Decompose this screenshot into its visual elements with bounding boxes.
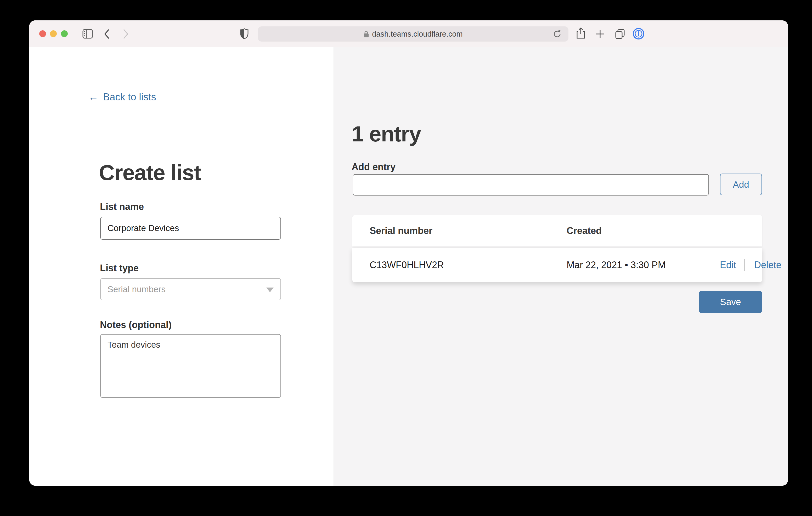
save-button[interactable]: Save <box>699 291 762 313</box>
created-column-header: Created <box>567 215 602 246</box>
onepassword-extension-icon[interactable] <box>633 28 645 40</box>
url-text: dash.teams.cloudflare.com <box>372 30 463 38</box>
privacy-shield-icon[interactable] <box>240 28 249 39</box>
back-button-icon[interactable] <box>104 29 110 39</box>
action-divider <box>744 259 745 271</box>
browser-window: dash.teams.cloudflare.com <box>29 20 788 486</box>
edit-link[interactable]: Edit <box>720 248 736 282</box>
chevron-down-icon <box>266 287 273 292</box>
notes-label: Notes (optional) <box>100 320 172 330</box>
browser-toolbar: dash.teams.cloudflare.com <box>29 20 788 47</box>
created-cell: Mar 22, 2021 • 3:30 PM <box>567 248 666 282</box>
add-entry-label: Add entry <box>352 161 396 173</box>
forward-button-icon[interactable] <box>123 29 129 39</box>
list-name-input[interactable] <box>100 217 281 240</box>
back-to-lists-label: Back to lists <box>103 91 156 103</box>
new-tab-icon[interactable] <box>596 29 605 39</box>
share-icon[interactable] <box>576 27 585 39</box>
notes-textarea[interactable]: Team devices <box>100 334 281 398</box>
address-bar[interactable]: dash.teams.cloudflare.com <box>258 26 569 41</box>
zoom-window-button[interactable] <box>61 30 68 37</box>
add-button[interactable]: Add <box>720 174 762 195</box>
add-entry-input[interactable] <box>353 174 709 195</box>
minimize-window-button[interactable] <box>50 30 57 37</box>
reload-icon[interactable] <box>552 29 562 39</box>
table-header: Serial number Created <box>352 215 762 246</box>
back-arrow-icon: ← <box>88 91 98 103</box>
serial-number-column-header: Serial number <box>370 215 432 246</box>
list-type-value: Serial numbers <box>108 284 166 294</box>
list-name-label: List name <box>100 201 144 212</box>
create-list-panel <box>29 47 334 486</box>
back-to-lists-link[interactable]: ← Back to lists <box>88 91 156 103</box>
list-type-select[interactable]: Serial numbers <box>100 278 281 300</box>
tls-lock-icon <box>364 31 369 38</box>
page-title: Create list <box>99 160 201 185</box>
table-row: C13WF0HLHV2R Mar 22, 2021 • 3:30 PM Edit… <box>352 248 762 282</box>
close-window-button[interactable] <box>39 30 46 37</box>
list-type-label: List type <box>100 263 139 274</box>
tab-overview-icon[interactable] <box>615 29 625 39</box>
delete-link[interactable]: Delete <box>754 248 781 282</box>
serial-number-cell: C13WF0HLHV2R <box>370 248 444 282</box>
sidebar-toggle-icon[interactable] <box>82 29 93 39</box>
entries-count-heading: 1 entry <box>352 121 421 147</box>
